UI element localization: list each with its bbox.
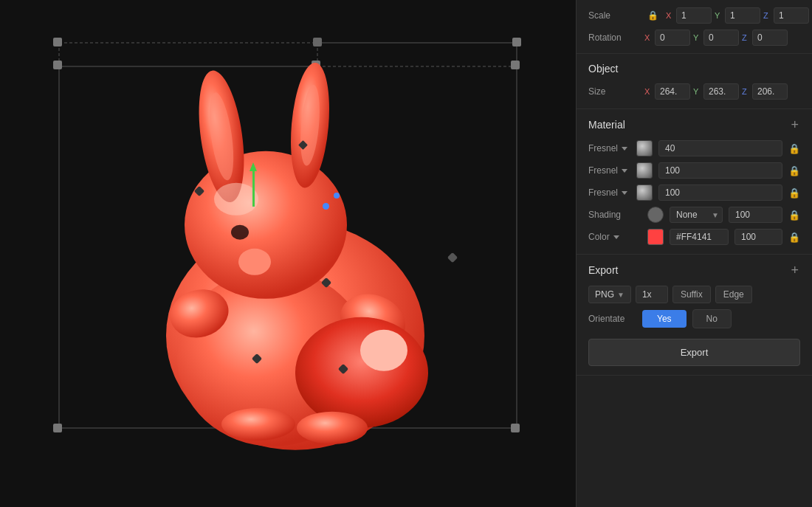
- size-z-group: Z: [742, 83, 788, 100]
- control-point-blue[interactable]: [323, 203, 329, 210]
- color-chevron[interactable]: [613, 235, 619, 239]
- shading-select[interactable]: None Flat Smooth: [670, 207, 723, 223]
- z-axis-label: Z: [763, 11, 772, 20]
- rotation-label: Rotation: [588, 32, 640, 43]
- orientate-label: Orientate: [588, 314, 636, 324]
- export-header: Export +: [588, 263, 800, 277]
- rot-y-label: Y: [693, 33, 702, 42]
- fresnel1-lock-icon[interactable]: 🔒: [788, 143, 800, 154]
- fresnel3-chevron[interactable]: [622, 191, 627, 195]
- fresnel3-swatch[interactable]: [636, 184, 653, 201]
- format-dropdown[interactable]: PNG ▼: [588, 286, 631, 303]
- scale-z-group: Z: [763, 7, 809, 24]
- svg-point-30: [231, 224, 249, 239]
- fresnel2-swatch[interactable]: [636, 162, 653, 179]
- rotation-fields: X Y Z: [644, 30, 800, 46]
- color-swatch[interactable]: [647, 229, 664, 245]
- color-row: Color 🔒: [588, 229, 800, 245]
- svg-point-28: [297, 411, 368, 444]
- export-title: Export: [588, 264, 618, 276]
- rot-x-group: X: [644, 30, 690, 46]
- rot-z-label: Z: [742, 33, 751, 42]
- material-section: Material + Fresnel 🔒 Fresnel 🔒: [577, 109, 812, 255]
- svg-rect-16: [53, 38, 62, 46]
- rotation-x-input[interactable]: [655, 30, 690, 46]
- scale-y-input[interactable]: [725, 7, 760, 24]
- bunny-model: [96, 62, 480, 461]
- fresnel2-value-input[interactable]: [658, 162, 782, 179]
- suffix-button[interactable]: Suffix: [672, 286, 711, 303]
- svg-rect-17: [313, 38, 322, 46]
- fresnel1-row: Fresnel 🔒: [588, 140, 800, 156]
- color-lock-icon[interactable]: 🔒: [788, 232, 800, 243]
- fresnel2-label: Fresnel: [588, 165, 630, 176]
- size-fields: X Y Z: [644, 83, 800, 100]
- color-amount-input[interactable]: [734, 229, 782, 245]
- y-axis-label: Y: [715, 11, 723, 20]
- size-row: Size X Y Z: [588, 83, 800, 100]
- edge-button[interactable]: Edge: [715, 286, 752, 303]
- size-x-input[interactable]: [655, 83, 690, 100]
- rotation-y-input[interactable]: [703, 30, 739, 46]
- svg-rect-10: [53, 61, 62, 69]
- viewport[interactable]: [0, 0, 576, 507]
- object-section: Object Size X Y Z: [577, 54, 812, 109]
- rot-x-label: X: [644, 33, 653, 42]
- svg-point-26: [295, 317, 428, 427]
- material-add-button[interactable]: +: [789, 118, 800, 131]
- size-x-axis: X: [644, 87, 653, 96]
- size-y-axis: Y: [693, 87, 702, 96]
- properties-panel: Scale 🔒 X Y Z Rotation: [576, 0, 812, 507]
- scale-label: Scale: [588, 10, 640, 21]
- size-z-input[interactable]: [752, 83, 788, 100]
- lock-icon[interactable]: 🔒: [647, 10, 658, 21]
- object-title: Object: [588, 63, 618, 75]
- format-dropdown-arrow: ▼: [617, 291, 625, 299]
- scale-fields: X Y Z: [666, 7, 809, 24]
- scale-input[interactable]: [636, 286, 668, 303]
- color-hex-input[interactable]: [670, 229, 729, 245]
- scale-z-input[interactable]: [774, 7, 809, 24]
- fresnel3-lock-icon[interactable]: 🔒: [788, 187, 800, 199]
- scale-y-group: Y: [715, 7, 760, 24]
- orientate-no-button[interactable]: No: [692, 309, 732, 328]
- scale-row: Scale 🔒 X Y Z: [588, 7, 800, 24]
- fresnel1-value-input[interactable]: [658, 140, 782, 156]
- size-y-input[interactable]: [703, 83, 739, 100]
- shading-lock-icon[interactable]: 🔒: [788, 210, 800, 221]
- arrow-shaft: [252, 171, 255, 207]
- color-label: Color: [588, 232, 641, 242]
- fresnel2-lock-icon[interactable]: 🔒: [788, 165, 800, 176]
- svg-point-29: [360, 329, 407, 370]
- fresnel3-row: Fresnel 🔒: [588, 184, 800, 201]
- rot-y-group: Y: [693, 30, 739, 46]
- object-header: Object: [588, 63, 800, 75]
- shading-dropdown-wrap: None Flat Smooth ▼: [670, 207, 723, 223]
- arrow-head: [250, 162, 257, 171]
- fresnel2-chevron[interactable]: [622, 169, 627, 173]
- fresnel1-chevron[interactable]: [622, 147, 627, 151]
- rotation-row: Rotation X Y Z: [588, 30, 800, 46]
- svg-rect-13: [53, 424, 62, 432]
- svg-point-31: [238, 248, 271, 275]
- transform-section: Scale 🔒 X Y Z Rotation: [577, 0, 812, 54]
- fresnel1-swatch[interactable]: [636, 140, 653, 156]
- x-axis-label: X: [666, 11, 675, 20]
- format-label: PNG: [595, 289, 614, 300]
- shading-swatch[interactable]: [647, 207, 664, 223]
- orientate-yes-button[interactable]: Yes: [642, 310, 687, 328]
- scale-x-input[interactable]: [676, 7, 712, 24]
- svg-rect-12: [511, 61, 520, 69]
- fresnel3-value-input[interactable]: [658, 184, 782, 201]
- export-add-button[interactable]: +: [789, 263, 800, 277]
- material-header: Material +: [588, 118, 800, 131]
- size-label: Size: [588, 86, 640, 97]
- shading-label: Shading: [588, 210, 641, 220]
- export-button[interactable]: Export: [588, 339, 800, 366]
- material-title: Material: [588, 119, 625, 131]
- fresnel2-row: Fresnel 🔒: [588, 162, 800, 179]
- svg-rect-18: [512, 38, 521, 46]
- shading-amount-input[interactable]: [729, 207, 782, 223]
- export-format-row: PNG ▼ Suffix Edge: [588, 286, 800, 303]
- rotation-z-input[interactable]: [752, 30, 788, 46]
